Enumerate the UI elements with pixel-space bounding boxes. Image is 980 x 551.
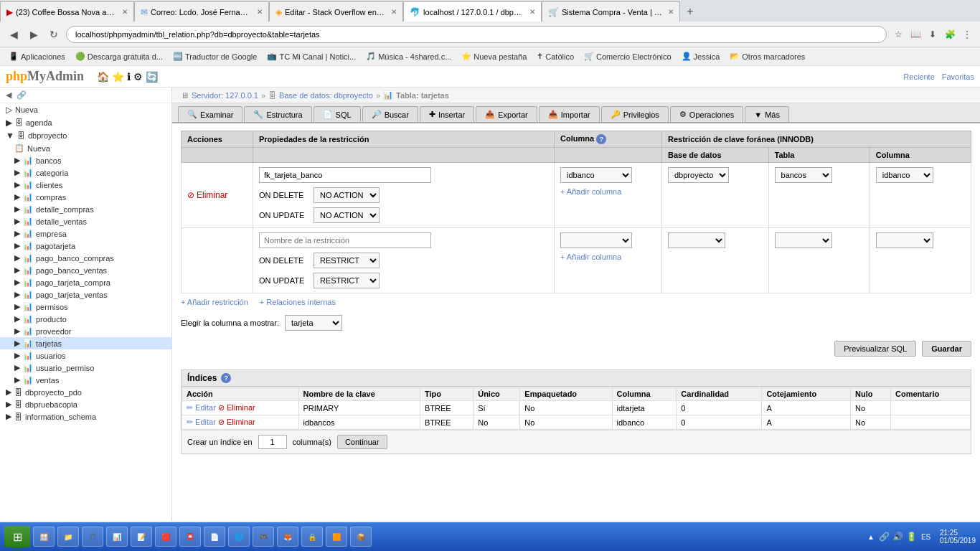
constraint1-ref-table-select[interactable]: bancos <box>775 167 832 183</box>
bookmark-nueva-pestana[interactable]: ⭐ Nueva pestaña <box>458 52 529 61</box>
back-button[interactable]: ◀ <box>6 27 22 42</box>
reload-icon[interactable]: 🔄 <box>146 71 158 83</box>
index1-edit-link[interactable]: ✏ Editar <box>187 403 216 412</box>
info-icon[interactable]: ℹ <box>127 71 131 83</box>
bookmark-otros[interactable]: 📂 Otros marcadores <box>727 52 808 61</box>
tree-item-pago-banco-compras[interactable]: ▶ 📊 pago_banco_compras <box>0 252 171 264</box>
tab-sistema[interactable]: 🛒 Sistema Compra - Venta | www... ✕ <box>542 1 680 22</box>
bookmark-star-icon[interactable]: ☆ <box>891 27 905 42</box>
address-input[interactable] <box>66 26 887 43</box>
tree-item-clientes[interactable]: ▶ 📊 clientes <box>0 179 171 191</box>
internal-relations-link[interactable]: + Relaciones internas <box>260 298 336 306</box>
tree-item-empresa[interactable]: ▶ 📊 empresa <box>0 227 171 240</box>
tree-item-producto[interactable]: ▶ 📊 producto <box>0 313 171 325</box>
add-restriction-link[interactable]: + Añadir restricción <box>181 298 248 306</box>
tree-item-pagotarjeta[interactable]: ▶ 📊 pagotarjeta <box>0 240 171 252</box>
tree-item-bancos[interactable]: ▶ 📊 bancos <box>0 154 171 166</box>
constraint1-on-delete-select[interactable]: NO ACTION CASCADE SET NULL RESTRICT <box>314 187 380 203</box>
tab-mas[interactable]: ▼ Más <box>745 106 789 122</box>
create-index-columns-input[interactable] <box>258 435 287 449</box>
tree-item-nueva[interactable]: ▷ Nueva <box>0 103 171 116</box>
tree-item-pago-banco-ventas[interactable]: ▶ 📊 pago_banco_ventas <box>0 264 171 276</box>
tree-item-usuario-permiso[interactable]: ▶ 📊 usuario_permiso <box>0 362 171 374</box>
tree-item-agenda[interactable]: ▶ 🗄 agenda <box>0 116 171 129</box>
tab-buscar[interactable]: 🔎 Buscar <box>362 106 418 122</box>
tab-close-sistema[interactable]: ✕ <box>668 8 674 16</box>
tree-item-dbpruebacopia[interactable]: ▶ 🗄 dbpruebacopia <box>0 398 171 410</box>
tab-correo[interactable]: ✉ Correo: Lcdo. José Fernando Fr... ✕ <box>134 1 269 22</box>
bookmark-jessica[interactable]: 👤 Jessica <box>679 52 723 61</box>
save-button[interactable]: Guardar <box>922 341 971 357</box>
bookmark-traductor[interactable]: 🔤 Traductor de Google <box>170 52 260 61</box>
breadcrumb-db-link[interactable]: Base de datos: dbproyecto <box>279 91 373 100</box>
tab-exportar[interactable]: 📤 Exportar <box>476 106 537 122</box>
index2-delete-link[interactable]: ⊘ Eliminar <box>218 418 255 426</box>
tab-sql[interactable]: 📄 SQL <box>314 106 361 122</box>
tab-close-coffee[interactable]: ✕ <box>122 8 128 16</box>
bookmark-comercio[interactable]: 🛒 Comercio Electrónico <box>581 52 674 61</box>
tab-stackoverflow[interactable]: ◈ Editar - Stack Overflow en espa... ✕ <box>269 1 403 22</box>
index2-edit-link[interactable]: ✏ Editar <box>187 418 216 426</box>
index1-delete-link[interactable]: ⊘ Eliminar <box>218 403 255 412</box>
tab-close-pma[interactable]: ✕ <box>529 8 535 16</box>
bookmark-aplicaciones[interactable]: 📱 Aplicaciones <box>6 52 68 61</box>
tab-phpmyadmin[interactable]: 🐬 localhost / 127.0.0.1 / dbproyec... ✕ <box>403 1 542 22</box>
extensions-icon[interactable]: 🧩 <box>943 27 957 42</box>
constraint1-column-select[interactable]: idbanco <box>560 167 632 183</box>
constraint2-on-update-select[interactable]: RESTRICT CASCADE SET NULL NO ACTION <box>314 273 380 288</box>
tree-item-compras[interactable]: ▶ 📊 compras <box>0 191 171 203</box>
constraint1-ref-db-select[interactable]: dbproyecto <box>668 167 729 183</box>
constraint2-ref-table-select[interactable] <box>775 232 832 248</box>
bookmark-descarga[interactable]: 🟢 Descarga gratuita d... <box>72 52 166 61</box>
forward-button[interactable]: ▶ <box>26 27 42 42</box>
tab-operaciones[interactable]: ⚙ Operaciones <box>670 106 743 122</box>
constraint2-on-delete-select[interactable]: RESTRICT CASCADE SET NULL NO ACTION <box>314 253 380 268</box>
constraint1-add-column-link[interactable]: + Añadir columna <box>560 187 656 196</box>
tab-estructura[interactable]: 🔧 Estructura <box>244 106 311 122</box>
indices-info-icon[interactable]: ? <box>221 373 231 383</box>
tree-item-ventas[interactable]: ▶ 📊 ventas <box>0 374 171 386</box>
tree-item-detalle-compras[interactable]: ▶ 📊 detalle_compras <box>0 203 171 215</box>
show-column-select[interactable]: tarjeta idtarjeta <box>285 315 342 331</box>
constraint1-name-input[interactable] <box>259 167 431 183</box>
tree-item-dbproyecto-pdo[interactable]: ▶ 🗄 dbproyecto_pdo <box>0 386 171 398</box>
tab-coffee[interactable]: ▶ (23) Coffee Bossa Nova an... ✕ <box>0 1 134 22</box>
tree-item-categoria[interactable]: ▶ 📊 categoria <box>0 166 171 179</box>
tree-item-tarjetas[interactable]: ▶ 📊 tarjetas <box>0 337 171 349</box>
tab-importar[interactable]: 📥 Importar <box>539 106 600 122</box>
tab-privilegios[interactable]: 🔑 Privilegios <box>601 106 669 122</box>
bookmark-musica[interactable]: 🎵 Música - 4shared.c... <box>363 52 454 61</box>
tree-item-dbproyecto[interactable]: ▼ 🗄 dbproyecto <box>0 129 171 142</box>
settings-icon[interactable]: ⚙ <box>133 71 143 83</box>
tree-item-pago-tarjeta-ventas[interactable]: ▶ 📊 pago_tarjeta_ventas <box>0 288 171 301</box>
favoritas-link[interactable]: Favoritas <box>942 72 974 81</box>
tab-examinar[interactable]: 🔍 Examinar <box>178 106 242 122</box>
collapse-icon[interactable]: ◀ <box>6 90 11 99</box>
constraint1-on-update-select[interactable]: NO ACTION CASCADE SET NULL RESTRICT <box>314 207 380 223</box>
download-icon[interactable]: ⬇ <box>925 27 940 42</box>
constraint2-column-select[interactable] <box>560 232 632 248</box>
breadcrumb-server-link[interactable]: Servidor: 127.0.0.1 <box>192 91 258 100</box>
tree-item-usuarios[interactable]: ▶ 📊 usuarios <box>0 349 171 362</box>
tree-item-detalle-ventas[interactable]: ▶ 📊 detalle_ventas <box>0 215 171 227</box>
constraint2-name-input[interactable] <box>259 232 431 248</box>
bookmark-catolico[interactable]: ✝ Católico <box>534 52 577 61</box>
refresh-button[interactable]: ↻ <box>46 27 62 42</box>
tab-close-so[interactable]: ✕ <box>391 8 397 16</box>
tree-item-proveedor[interactable]: ▶ 📊 proveedor <box>0 325 171 337</box>
tree-item-permisos[interactable]: ▶ 📊 permisos <box>0 301 171 313</box>
column-info-icon[interactable]: ? <box>596 134 606 144</box>
tree-item-pago-tarjeta-compra[interactable]: ▶ 📊 pago_tarjeta_compra <box>0 276 171 288</box>
preview-sql-button[interactable]: Previsualizar SQL <box>834 341 916 357</box>
home-icon[interactable]: 🏠 <box>97 71 109 83</box>
star-icon[interactable]: ⭐ <box>112 71 124 83</box>
tab-close-correo[interactable]: ✕ <box>257 8 263 16</box>
constraint1-ref-column-select[interactable]: idbanco <box>876 167 933 183</box>
link-icon[interactable]: 🔗 <box>17 90 27 99</box>
constraint2-ref-db-select[interactable] <box>668 232 725 248</box>
new-tab-button[interactable]: + <box>680 1 700 22</box>
constraint2-ref-column-select[interactable] <box>876 232 933 248</box>
constraint2-add-column-link[interactable]: + Añadir columna <box>560 253 656 261</box>
tree-item-information-schema[interactable]: ▶ 🗄 information_schema <box>0 410 171 423</box>
constraint1-delete-btn[interactable]: ⊘ Eliminar <box>187 190 247 200</box>
